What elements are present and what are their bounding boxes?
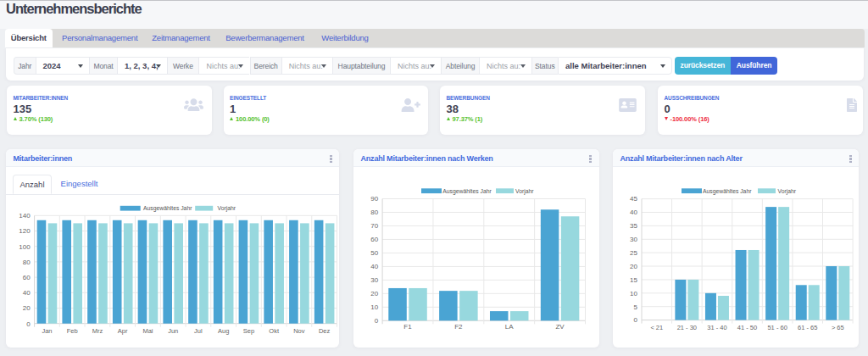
- svg-text:< 21: < 21: [650, 324, 663, 331]
- svg-text:120: 120: [19, 227, 31, 235]
- svg-text:41 - 50: 41 - 50: [737, 324, 757, 331]
- svg-text:Vorjahr: Vorjahr: [218, 205, 236, 212]
- svg-text:5: 5: [634, 303, 638, 311]
- svg-text:Ausgewähltes Jahr: Ausgewähltes Jahr: [703, 188, 752, 195]
- svg-text:Nov: Nov: [293, 327, 305, 335]
- svg-text:10: 10: [370, 303, 378, 311]
- svg-text:80: 80: [23, 259, 31, 266]
- svg-text:Sep: Sep: [243, 327, 254, 335]
- svg-text:20: 20: [23, 304, 31, 312]
- svg-text:60: 60: [370, 236, 378, 243]
- svg-text:20: 20: [630, 263, 637, 270]
- svg-text:0: 0: [634, 316, 638, 324]
- svg-text:40: 40: [370, 263, 378, 270]
- svg-text:Jun: Jun: [168, 327, 178, 335]
- svg-text:40: 40: [23, 289, 31, 297]
- svg-text:Aug: Aug: [218, 327, 229, 335]
- svg-text:50: 50: [370, 249, 378, 257]
- svg-text:Vorjahr: Vorjahr: [515, 188, 534, 195]
- svg-text:Ausgewähltes Jahr: Ausgewähltes Jahr: [143, 205, 192, 212]
- svg-text:Mai: Mai: [142, 327, 153, 335]
- svg-text:40: 40: [630, 209, 637, 216]
- svg-text:> 65: > 65: [832, 324, 844, 331]
- svg-text:Ausgewähltes Jahr: Ausgewähltes Jahr: [442, 188, 492, 195]
- svg-text:15: 15: [630, 276, 637, 284]
- svg-text:21 - 30: 21 - 30: [677, 324, 697, 331]
- svg-text:LA: LA: [505, 323, 514, 331]
- svg-text:Jan: Jan: [42, 327, 52, 335]
- svg-text:60: 60: [23, 274, 31, 281]
- svg-text:Dez: Dez: [319, 327, 331, 335]
- svg-text:20: 20: [370, 290, 378, 298]
- svg-text:45: 45: [630, 195, 637, 203]
- svg-text:80: 80: [370, 209, 378, 216]
- svg-text:31 - 40: 31 - 40: [707, 324, 726, 331]
- svg-text:140: 140: [19, 212, 31, 220]
- svg-text:ZV: ZV: [555, 323, 565, 331]
- svg-text:30: 30: [370, 276, 378, 284]
- svg-text:Vorjahr: Vorjahr: [778, 188, 797, 195]
- svg-text:70: 70: [370, 222, 378, 230]
- svg-text:Okt: Okt: [269, 327, 280, 335]
- svg-text:51 - 60: 51 - 60: [767, 324, 787, 331]
- svg-text:F1: F1: [403, 323, 412, 331]
- svg-text:61 - 65: 61 - 65: [798, 324, 817, 331]
- svg-text:Mrz: Mrz: [92, 327, 103, 335]
- svg-text:25: 25: [630, 249, 637, 257]
- svg-text:100: 100: [19, 243, 31, 251]
- svg-text:Jul: Jul: [194, 327, 203, 335]
- svg-text:0: 0: [375, 317, 379, 325]
- svg-text:10: 10: [630, 290, 637, 298]
- svg-text:Apr: Apr: [118, 327, 128, 335]
- svg-text:0: 0: [26, 320, 31, 328]
- svg-text:F2: F2: [454, 323, 463, 331]
- svg-text:35: 35: [630, 222, 637, 230]
- svg-text:90: 90: [370, 195, 378, 203]
- svg-text:30: 30: [630, 236, 637, 243]
- svg-text:Feb: Feb: [67, 327, 78, 335]
